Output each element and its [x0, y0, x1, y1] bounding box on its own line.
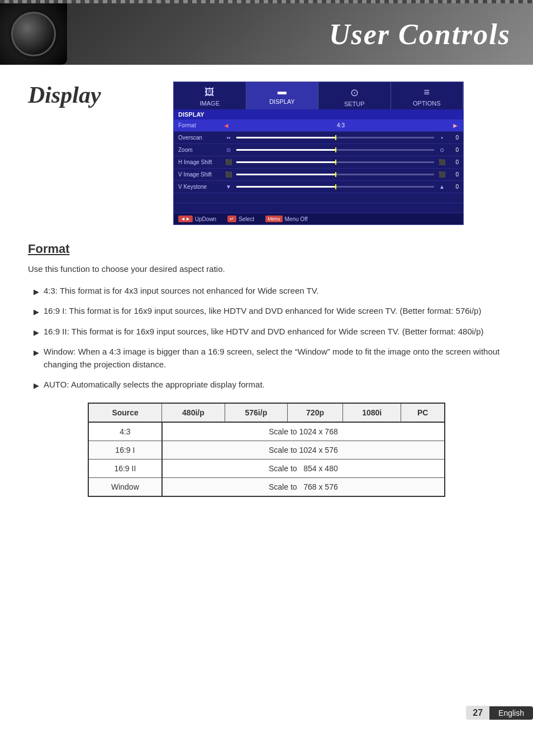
osd-zoom-row: Zoom ⊙ ⊙ 0	[174, 144, 463, 156]
table-cell-label: Window	[88, 477, 162, 496]
vshift-slider[interactable]	[236, 174, 434, 175]
format-left-arrow-icon: ◄	[223, 122, 230, 130]
osd-tabs: 🖼 IMAGE ▬ DISPLAY ⊙ SETUP ≡ OPTIONS	[174, 82, 463, 109]
col-header-pc: PC	[401, 403, 445, 422]
menu-label: Menu Off	[285, 216, 308, 222]
hshift-slider[interactable]	[236, 161, 434, 163]
section-content: Format Use this function to choose your …	[28, 242, 505, 497]
section-intro: Use this function to choose your desired…	[28, 263, 505, 276]
zoom-label: Zoom	[178, 147, 223, 153]
tab-options[interactable]: ≡ OPTIONS	[391, 82, 464, 109]
hshift-label: H Image Shift	[178, 159, 223, 165]
vshift-label: V Image Shift	[178, 171, 223, 178]
menu-icon: Menu	[265, 216, 283, 222]
table-header-row: Source 480i/p 576i/p 720p 1080i PC	[88, 403, 445, 422]
bullet-item-5: ▶ AUTO: Automatically selects the approp…	[34, 379, 505, 391]
camera-graphic	[0, 3, 67, 65]
tab-image[interactable]: 🖼 IMAGE	[174, 82, 246, 109]
table-row: 4:3 Scale to 1024 x 768	[88, 422, 445, 441]
vshift-min-icon: ⬛	[223, 171, 234, 178]
display-label: Display	[28, 82, 101, 108]
hshift-max-icon: ⬛	[436, 159, 448, 165]
table-row: 16:9 I Scale to 1024 x 576	[88, 441, 445, 459]
col-header-source: Source	[88, 403, 162, 422]
format-right-arrow-icon: ►	[452, 122, 459, 130]
overscan-label: Overscan	[178, 135, 223, 141]
osd-format-row[interactable]: Format ◄ 4:3 ►	[174, 119, 463, 132]
page-footer: 27English	[466, 708, 533, 718]
select-label: Select	[239, 216, 254, 222]
keystone-min-icon: ▼	[223, 184, 234, 190]
footer-updown: ◄► UpDown	[178, 216, 216, 222]
footer-menu: Menu Menu Off	[265, 216, 307, 222]
table-row: 16:9 II Scale to 854 x 480	[88, 459, 445, 477]
table-row: Window Scale to 768 x 576	[88, 477, 445, 496]
format-label: Format	[178, 122, 223, 128]
keystone-value: 0	[448, 184, 459, 190]
tab-setup[interactable]: ⊙ SETUP	[318, 82, 391, 109]
keystone-slider[interactable]	[236, 186, 434, 188]
osd-menu: 🖼 IMAGE ▬ DISPLAY ⊙ SETUP ≡ OPTIONS DISP…	[173, 82, 464, 225]
bullet-arrow-5: ▶	[34, 380, 39, 391]
table-cell-label: 16:9 II	[88, 459, 162, 477]
table-cell-value: Scale to 1024 x 576	[162, 441, 445, 459]
table-cell-label: 4:3	[88, 422, 162, 441]
format-value: 4:3	[230, 122, 452, 128]
updown-icon: ◄►	[178, 216, 193, 222]
table-cell-value: Scale to 1024 x 768	[162, 422, 445, 441]
osd-hshift-row: H Image Shift ⬛ ⬛ 0	[174, 156, 463, 169]
bullet-text-1: 4:3: This format is for 4x3 input source…	[44, 285, 505, 298]
camera-lens	[11, 12, 56, 56]
overscan-max-icon: ▪	[436, 135, 448, 141]
image-tab-icon: 🖼	[176, 87, 244, 98]
bullet-item-3: ▶ 16:9 II: This format is for 16x9 input…	[34, 326, 505, 338]
hshift-value: 0	[448, 159, 459, 165]
keystone-label: V Keystone	[178, 184, 223, 190]
bullet-arrow-2: ▶	[34, 307, 39, 318]
table-cell-value: Scale to 854 x 480	[162, 459, 445, 477]
overscan-min-icon: ▪▪	[223, 135, 234, 141]
keystone-max-icon: ▲	[436, 184, 448, 190]
osd-keystone-row: V Keystone ▼ ▲ 0	[174, 181, 463, 193]
col-header-576: 576i/p	[225, 403, 287, 422]
setup-tab-icon: ⊙	[321, 87, 388, 99]
page-language: English	[489, 706, 533, 720]
bullet-arrow-4: ▶	[34, 347, 39, 358]
bullet-text-2: 16:9 I: This format is for 16x9 input so…	[44, 305, 505, 318]
bullet-arrow-3: ▶	[34, 327, 39, 338]
table-cell-label: 16:9 I	[88, 441, 162, 459]
zoom-min-icon: ⊙	[223, 147, 234, 153]
bullet-item-2: ▶ 16:9 I: This format is for 16x9 input …	[34, 305, 505, 318]
osd-footer: ◄► UpDown ↵ Select Menu Menu Off	[174, 213, 463, 224]
zoom-max-icon: ⊙	[436, 147, 448, 153]
footer-select: ↵ Select	[227, 216, 254, 222]
overscan-slider[interactable]	[236, 137, 434, 138]
options-tab-icon: ≡	[393, 87, 461, 98]
content-area: Display 🖼 IMAGE ▬ DISPLAY ⊙ SETUP ≡	[0, 65, 533, 735]
zoom-slider[interactable]	[236, 149, 434, 151]
section-title: Format	[28, 242, 505, 256]
vshift-value: 0	[448, 171, 459, 178]
tab-display[interactable]: ▬ DISPLAY	[246, 82, 319, 109]
format-table: Source 480i/p 576i/p 720p 1080i PC 4:3 S…	[88, 403, 445, 497]
display-tab-icon: ▬	[249, 87, 316, 97]
select-icon: ↵	[227, 216, 236, 222]
table-cell-value: Scale to 768 x 576	[162, 477, 445, 496]
zoom-value: 0	[448, 147, 459, 153]
col-header-1080: 1080i	[343, 403, 401, 422]
bullet-text-3: 16:9 II: This format is for 16x9 input s…	[44, 326, 505, 338]
header: User Controls	[0, 3, 533, 65]
overscan-value: 0	[448, 135, 459, 141]
osd-spacer-2	[174, 203, 463, 213]
hshift-min-icon: ⬛	[223, 159, 234, 165]
osd-menu-container: 🖼 IMAGE ▬ DISPLAY ⊙ SETUP ≡ OPTIONS DISP…	[173, 82, 464, 225]
col-header-720: 720p	[288, 403, 343, 422]
bullet-arrow-1: ▶	[34, 286, 39, 298]
page-title: User Controls	[329, 18, 511, 51]
bullet-item-1: ▶ 4:3: This format is for 4x3 input sour…	[34, 285, 505, 298]
bullet-text-4: Window: When a 4:3 image is bigger than …	[44, 346, 505, 371]
bullet-text-5: AUTO: Automatically selects the appropri…	[44, 379, 505, 391]
bullet-item-4: ▶ Window: When a 4:3 image is bigger tha…	[34, 346, 505, 371]
vshift-max-icon: ⬛	[436, 171, 448, 178]
osd-vshift-row: V Image Shift ⬛ ⬛ 0	[174, 169, 463, 181]
